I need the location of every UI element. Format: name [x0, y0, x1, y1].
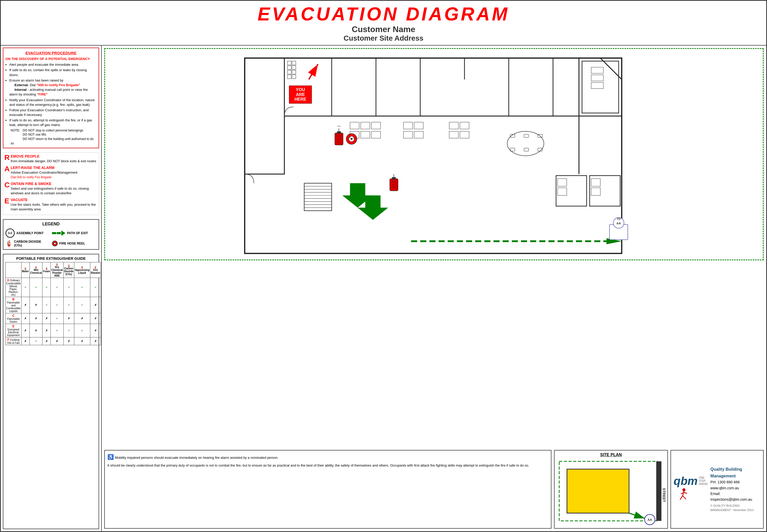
svg-point-89: [682, 488, 685, 491]
left-panel: EVACUATION PROCEDURE ON THE DISCOVERY OF…: [1, 46, 102, 531]
svg-rect-45: [361, 131, 370, 138]
extinguisher-guide: PORTABLE FIRE EXTINGUISHER GUIDE 🧯 Water…: [3, 254, 99, 529]
svg-rect-57: [524, 134, 529, 137]
svg-rect-33: [287, 61, 291, 65]
qbm-logo: qbm: [674, 475, 698, 487]
svg-rect-72: [304, 183, 332, 211]
race-e-content: VACUATE Use fire stairs /exits. Take oth…: [11, 197, 98, 212]
contact-info: Quality Building Management PH: 1300 880…: [710, 466, 761, 513]
svg-line-92: [683, 496, 686, 499]
svg-rect-53: [449, 131, 458, 138]
svg-rect-63: [591, 67, 603, 73]
evac-point-4: Notify your Evacuation Coordinator of th…: [9, 98, 97, 107]
svg-line-91: [680, 496, 683, 500]
assembly-icon: AA: [5, 228, 15, 238]
guide-row-f: F Cooking Oils & Fats ✗ ✓ ✗ ✗ ✗ ✗ ✗: [6, 337, 101, 345]
svg-rect-36: [287, 75, 291, 79]
svg-rect-15: [335, 133, 343, 145]
guide-row-e: E Energised Electrical Equipment ✗ ✗ ✗ ✓…: [6, 324, 101, 337]
legend-path: PATH OF EXIT: [52, 228, 97, 238]
race-c-title: ONTAIN FIRE & SMOKE: [11, 182, 51, 186]
race-r-title: EMOVE PEOPLE: [11, 154, 39, 158]
svg-line-94: [684, 492, 687, 493]
legend-assembly: AA ASSEMBLY POINT: [5, 228, 50, 238]
svg-rect-62: [582, 61, 619, 113]
path-arrow-icon: [52, 231, 65, 236]
svg-rect-39: [292, 70, 296, 74]
col-header-empty: [6, 262, 21, 278]
floor-plan-area: YOUAREHERE: [104, 48, 764, 447]
svg-rect-66: [556, 176, 587, 206]
svg-text:CO₂: CO₂: [337, 125, 341, 127]
disclaimer-main: It should be clearly understood that the…: [107, 463, 548, 468]
svg-rect-70: [591, 179, 600, 186]
svg-rect-68: [558, 188, 567, 195]
contact-area: qbm ONE STEPAHEAD: [670, 450, 764, 529]
evac-list: Alert people and evacuate the immediate …: [5, 62, 97, 127]
race-r-desc: from immediate danger, DO NOT block exit…: [11, 159, 96, 163]
svg-rect-52: [460, 122, 469, 129]
svg-rect-82: [567, 469, 629, 513]
race-a-dial: Dial 000 to notify Fire Brigade: [11, 175, 51, 179]
race-a-letter: A: [4, 165, 10, 173]
bottom-area: ♿ Mobility impaired persons should evacu…: [104, 450, 764, 529]
arrow-seg-1: [52, 232, 56, 234]
contact-phone: PH: 1300 880 466: [710, 479, 761, 485]
svg-rect-46: [371, 131, 380, 138]
svg-rect-1: [245, 58, 284, 174]
main-container: EVACUATION DIAGRAM Customer Name Custome…: [0, 0, 767, 532]
body-layout: EVACUATION PROCEDURE ON THE DISCOVERY OF…: [1, 46, 766, 531]
co2-icon: 🧯: [5, 240, 12, 247]
race-r-letter: R: [4, 154, 10, 161]
race-a-desc: Advise Evacuation Coordinator/Management: [11, 171, 77, 174]
co2-label: CARBON DIOXIDE (CO₂): [14, 240, 50, 247]
svg-rect-60: [524, 148, 529, 151]
evac-point-5: Follow your Evacuation Coordinator's ins…: [9, 108, 97, 117]
arrow-seg-2: [57, 232, 61, 234]
race-a-title: LERT-RAISE THE ALARM: [11, 166, 54, 170]
svg-rect-49: [403, 131, 412, 138]
hose-inner: [54, 242, 56, 245]
svg-rect-35: [287, 70, 291, 74]
arrow-head-icon: [61, 231, 65, 236]
svg-rect-22: [390, 179, 398, 191]
race-e-letter: E: [4, 197, 10, 205]
assembly-label: ASSEMBLY POINT: [16, 231, 43, 235]
evacuation-procedure: EVACUATION PROCEDURE ON THE DISCOVERY OF…: [3, 48, 99, 148]
race-e-desc: Use fire stairs /exits. Take others with…: [11, 203, 96, 211]
svg-rect-38: [292, 66, 296, 70]
evac-subtitle: ON THE DISCOVERY OF A POTENTIAL EMERGENC…: [5, 57, 97, 61]
svg-rect-34: [287, 66, 291, 70]
evac-point-3: Ensure an alarm has been raised by Exter…: [9, 78, 97, 97]
svg-rect-41: [350, 122, 359, 129]
wheelchair-icon: ♿: [107, 454, 114, 460]
evac-title: EVACUATION PROCEDURE: [5, 50, 97, 56]
evac-point-1: Alert people and evacuate the immediate …: [9, 62, 97, 67]
legend-section: LEGEND AA ASSEMBLY POINT PATH: [3, 219, 99, 250]
qbm-logo-area: qbm ONE STEPAHEAD: [674, 475, 708, 503]
svg-text:AA: AA: [647, 518, 652, 522]
race-e: E VACUATE Use fire stairs /exits. Take o…: [4, 197, 98, 212]
race-section: R EMOVE PEOPLE from immediate danger, DO…: [3, 152, 99, 215]
customer-name: Customer Name: [3, 25, 764, 34]
evac-point-2: If safe to do so, contain fire spills or…: [9, 68, 97, 77]
svg-rect-84: [656, 461, 661, 521]
col-dry-chem: 🧯 Dry Chemical Powder ABE: [51, 262, 63, 278]
race-c: C ONTAIN FIRE & SMOKE Select and use ext…: [4, 181, 98, 196]
race-c-letter: C: [4, 181, 10, 189]
legend-title: LEGEND: [5, 222, 97, 226]
race-c-desc: Select and use extinguishers if safe to …: [11, 187, 89, 195]
svg-line-87: [629, 513, 645, 518]
legend-hose: FIRE HOSE REEL: [52, 240, 97, 247]
disclaimer-box: ♿ Mobility impaired persons should evacu…: [104, 450, 551, 529]
svg-rect-42: [361, 122, 370, 129]
svg-rect-54: [460, 131, 469, 138]
legend-grid: AA ASSEMBLY POINT PATH OF EXIT: [5, 228, 97, 247]
race-r-content: EMOVE PEOPLE from immediate danger, DO N…: [11, 154, 98, 164]
svg-rect-48: [414, 122, 423, 129]
svg-rect-67: [558, 179, 567, 186]
guide-row-a: A Ordinary Combustible (Wood, Paper, Pla…: [6, 278, 101, 297]
guide-row-c: C Flammable Gases ✗ ✗ ✗ ✓ ✗ ✗ ✗: [6, 313, 101, 324]
customer-address: Customer Site Address: [3, 34, 764, 42]
evac-point-6: If safe to do so, attempt to extinguish …: [9, 118, 97, 127]
